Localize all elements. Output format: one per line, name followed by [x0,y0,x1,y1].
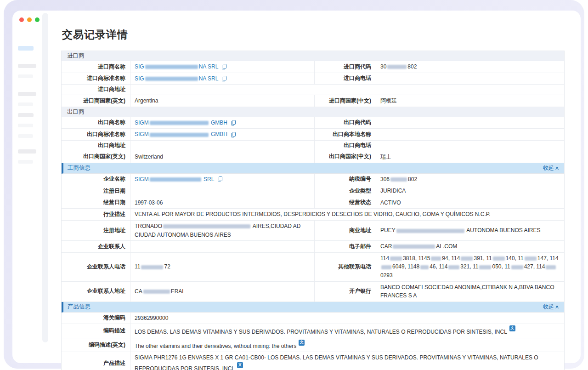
translate-icon[interactable]: 文A [299,340,305,346]
collapse-button[interactable]: 收起∧ [543,303,559,311]
redacted-text [511,265,523,269]
row-label: 出口商代码 [314,117,376,129]
section-header: 工商信息收起∧ [62,163,564,174]
table-row: 注册日期企业类型JURIDICA [62,185,564,197]
section-header: 进口商 [62,51,564,61]
copy-icon[interactable] [221,64,226,69]
row-label: 进口商电话 [314,73,376,85]
row-label: 出口商地址 [62,141,130,151]
maximize-button[interactable] [35,17,40,22]
skeleton-bar [18,160,33,164]
table-row: 注册地址TRONADO AIRES,CIUDAD AD CIUDAD AUTON… [62,221,564,241]
redacted-text [150,133,209,137]
row-label: 注册地址 [62,221,130,240]
row-value: The other vitamins and their derivatives… [130,338,564,352]
row-label: 企业联系人 [62,241,130,252]
collapse-button[interactable]: 收起∧ [543,164,559,172]
row-value: CAERAL [130,282,314,302]
table-row: 企业联系人电话1172其他联系电话1143818, 114594, 114391… [62,253,564,282]
copy-icon[interactable] [221,76,226,81]
row-value [130,185,314,197]
translate-icon[interactable]: 文A [237,362,243,368]
skeleton-bar [18,74,33,78]
redacted-text [479,265,491,269]
row-label: 企业联系人地址 [62,282,130,302]
row-label: 产品描述 [62,352,130,370]
row-value[interactable]: SIGNA SRL [130,73,314,85]
table-row: 经营日期1997-03-06经营状态ACTIVO [62,197,564,209]
table-row: 产品描述SIGMA PHR1276 1G ENVASES X 1 GR CA01… [62,352,564,370]
row-value: LOS DEMAS. LAS DEMAS VITAMINAS Y SUS DER… [130,324,564,338]
row-value [376,141,564,151]
sidebar-divider [42,13,48,342]
redacted-text [143,290,170,294]
table-row: 进口商国家(英文)Argentina进口商国家(中文)阿根廷 [62,95,564,107]
window-controls [19,17,40,22]
section-header: 出口商 [62,107,564,117]
skeleton-bar [18,92,36,96]
row-label: 进口商地址 [62,85,130,95]
row-value[interactable]: SIGNA SRL [130,61,314,73]
copy-icon[interactable] [231,120,236,125]
row-label: 编码描述 [62,324,130,338]
table-row: 出口商国家(英文)Switzerland出口商国家(中文)瑞士 [62,151,564,163]
row-value: BANCO COMAFI SOCIEDAD ANONIMA,CITIBANK N… [376,282,564,302]
section-header: 产品信息收起∧ [62,302,564,313]
close-button[interactable] [19,17,24,22]
row-label: 进口商国家(英文) [62,95,130,107]
table-row: 出口商标准名称SIGM GMBH出口商本地名称 [62,129,564,141]
row-label: 出口商国家(英文) [62,151,130,163]
row-label: 企业类型 [314,185,376,197]
row-value: 1997-03-06 [130,197,314,209]
translate-icon[interactable]: 文A [509,325,515,331]
redacted-text [393,245,435,249]
row-label: 其他联系电话 [314,253,376,281]
copy-icon[interactable] [217,176,222,182]
row-label: 出口商国家(中文) [314,151,376,163]
main-content: 交易记录详情 进口商进口商名称SIGNA SRL进口商代码30802进口商标准名… [61,28,565,370]
redacted-text [390,177,407,182]
redacted-text [141,265,163,269]
row-label: 编码描述(英文) [62,338,130,352]
redacted-text [145,77,198,81]
table-row: 行业描述VENTA AL POR MAYOR DE PRODUCTOS INTE… [62,209,564,221]
row-label: 进口商名称 [62,61,130,73]
row-label: 进口商国家(中文) [314,95,376,107]
row-label: 经营状态 [314,197,376,209]
row-label: 出口商电话 [314,141,376,151]
row-label: 出口商标准名称 [62,129,130,140]
redacted-text [546,265,556,269]
table-row: 编码描述LOS DEMAS. LAS DEMAS VITAMINAS Y SUS… [62,324,564,338]
row-value: ACTIVO [376,197,564,209]
row-value: 1143818, 114594, 114391, 11140, 11147, 1… [376,253,564,281]
minimize-button[interactable] [27,17,32,22]
redacted-text [431,256,441,261]
row-value: 阿根廷 [376,95,564,107]
row-value[interactable]: SIGM GMBH [130,117,314,129]
row-label: 企业联系人电话 [62,253,130,281]
page-title: 交易记录详情 [62,28,565,42]
row-value: PUEY AUTONOMA BUENOS AIRES [376,221,564,240]
redacted-text [420,265,429,269]
row-value[interactable]: SIGM GMBH [130,129,314,140]
detail-table: 进口商进口商名称SIGNA SRL进口商代码30802进口商标准名称SIGNA … [61,51,565,370]
row-label: 企业名称 [62,174,130,185]
sidebar-active-item-skeleton[interactable] [18,46,34,51]
copy-icon[interactable] [231,132,236,137]
table-row: 企业名称SIGM SRL纳税编号306802 [62,174,564,186]
row-value [376,73,564,85]
row-value[interactable]: SIGM SRL [130,174,314,185]
row-value: 29362990000 [130,313,564,324]
row-value: VENTA AL POR MAYOR DE PRODUCTOS INTERMED… [130,209,564,220]
skeleton-bar [18,134,33,138]
browser-window: 交易记录详情 进口商进口商名称SIGNA SRL进口商代码30802进口商标准名… [12,11,581,363]
redacted-text [145,65,198,69]
row-value: Argentina [130,95,314,107]
row-label: 经营日期 [62,197,130,209]
redacted-text [381,265,391,269]
chevron-up-icon: ∧ [554,165,559,171]
section-title: 进口商 [67,52,85,60]
redacted-text [150,121,209,125]
row-value [130,85,564,95]
table-row: 企业联系人电子邮件CARAL.COM [62,241,564,253]
